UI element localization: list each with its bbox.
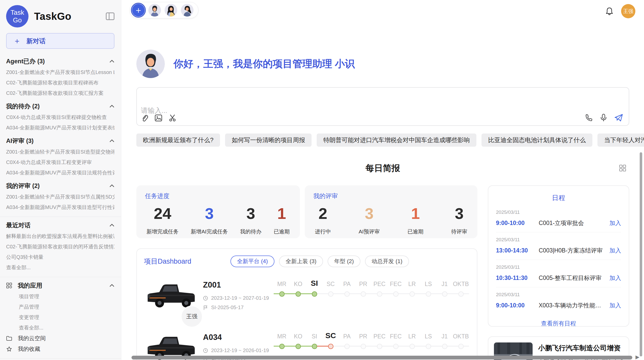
chevron-up-icon <box>109 60 114 63</box>
milestone-label: MR <box>274 332 290 343</box>
section-title: 我的评审 (2) <box>6 182 40 190</box>
paperclip-icon[interactable] <box>141 114 148 122</box>
milestone-col: LS <box>420 332 436 350</box>
collapse-sidebar-icon[interactable] <box>106 12 114 20</box>
milestone-label: PR <box>355 332 371 343</box>
clock-icon <box>203 348 208 353</box>
milestone-dot <box>296 344 301 349</box>
briefing-left-column: 任务进度 24新增完成任务 3新增AI完成任务 3我的待办 1已逾期 我的评审 … <box>136 185 477 360</box>
sidebar-item[interactable]: A034-全新新能源MUV产品开发项目造型可行性评审 <box>6 202 114 213</box>
scroll-right-arrow-icon[interactable]: ▶ <box>636 354 639 360</box>
schedule-event: 2025/03/11 13:00-14:30 C003|H0B-方案冻结评审 加… <box>496 232 621 260</box>
sidebar-section-my-todo-header[interactable]: 我的待办 (2) <box>6 100 114 112</box>
milestone-label: PA <box>339 279 355 291</box>
tab-year-model[interactable]: 年型 (2) <box>328 256 360 267</box>
stats-row: 任务进度 24新增完成任务 3新增AI完成任务 3我的待办 1已逾期 我的评审 … <box>136 185 477 238</box>
milestone-col: OKTB <box>453 332 469 350</box>
horizontal-scrollbar[interactable] <box>131 356 632 359</box>
sidebar-section-agent-done-header[interactable]: Agent已办 (3) <box>6 55 114 67</box>
sidebar-section-ai-review-header[interactable]: AI评审 (3) <box>6 135 114 147</box>
schedule-list: 2025/03/11 9:00-10:00 C001-立项审批会 加入 2025… <box>496 205 621 314</box>
suggestion-chip[interactable]: 当下年轻人对汽车外观有怎样的喜好趋势 <box>597 133 644 147</box>
send-icon[interactable] <box>614 114 623 122</box>
join-link[interactable]: 加入 <box>609 274 621 282</box>
vertical-scrollbar[interactable] <box>640 152 642 356</box>
sidebar-item[interactable]: C0X4-动力总成开发项目工程变更评审 <box>6 157 114 168</box>
milestone-col: SI <box>306 279 323 297</box>
sidebar-item[interactable]: C02-飞腾新能源轻客改款项目里程碑画布 <box>6 78 114 88</box>
view-all-apps-link[interactable]: 查看全部... <box>6 323 114 333</box>
sidebar-item[interactable]: A034-全新新能源MUV产品开发项目法规符合性评审 <box>6 168 114 178</box>
sidebar-section-my-review-header[interactable]: 我的评审 (2) <box>6 180 114 192</box>
recent-chat-item[interactable]: 解释最新出台的欧盟报废车法规再生塑料比例被调至15%... <box>6 231 114 242</box>
input-placeholder: 请输入... <box>141 106 167 115</box>
milestone-label: PEC <box>371 279 388 291</box>
user-avatar[interactable]: 王强 <box>621 4 635 18</box>
suggestion-chip[interactable]: 如何写一份清晰的项目周报 <box>225 133 312 147</box>
sidebar-item[interactable]: C02-飞腾新能源轻客改款项目立项汇报方案 <box>6 88 114 98</box>
layout-grid-icon[interactable] <box>619 164 626 172</box>
main-area: ＋ 王强 你好，王强，我是你的项目管理助理 小识 请输入 <box>121 0 644 360</box>
chat-input-box[interactable]: 请输入... <box>136 87 629 126</box>
join-link[interactable]: 加入 <box>609 219 621 227</box>
new-chat-button[interactable]: ＋ 新对话 <box>6 33 114 49</box>
sidebar-item[interactable]: Z001-全新燃油轻卡产品开发项目SI节点属性5D文件评审 <box>6 192 114 202</box>
add-agent-button[interactable]: ＋ <box>132 4 145 17</box>
recent-chat-item[interactable]: C02-飞腾新能源轻客改款项目的闭环通告反馈情况 <box>6 242 114 252</box>
briefing-right-column: 日程 2025/03/11 9:00-10:00 C001-立项审批会 加入 2… <box>488 185 629 360</box>
sidebar-section-my-apps-header[interactable]: 我的应用 <box>6 280 114 291</box>
metric-new-ai-done-tasks: 3新增AI完成任务 <box>191 205 228 235</box>
milestone-chart: MRKOSISCPAPRPECFECLRLSJ1OKTB <box>274 279 470 297</box>
tab-new-platform[interactable]: 全新平台 (4) <box>230 256 274 267</box>
join-link[interactable]: 加入 <box>609 302 621 309</box>
phone-icon[interactable] <box>585 114 593 122</box>
microphone-icon[interactable] <box>600 114 607 122</box>
agent-avatar-1[interactable] <box>148 4 161 17</box>
milestone-label: OKTB <box>453 332 469 343</box>
chevron-up-icon <box>109 139 114 142</box>
metric-overdue: 1已逾期 <box>407 205 423 235</box>
suggestion-chip[interactable]: 比亚迪全固态电池计划具体说了什么 <box>481 133 592 147</box>
notification-bell-icon[interactable] <box>605 7 613 16</box>
milestone-col: PA <box>339 332 355 350</box>
app-item-product-mgmt[interactable]: 产品管理 <box>6 302 114 312</box>
project-dates: 2023-12-19 ~ 2027-01-19 <box>203 295 274 301</box>
sidebar-item[interactable]: Z001-全新燃油轻卡产品开发项目SI造型提交物评审 <box>6 147 114 157</box>
tab-powertrain[interactable]: 动总开发 (1) <box>365 256 409 267</box>
milestone-label: LS <box>420 279 436 291</box>
milestone-dot <box>328 344 333 349</box>
app-item-project-mgmt[interactable]: 项目管理 <box>6 291 114 302</box>
view-all-recent-link[interactable]: 查看全部... <box>6 262 114 273</box>
app-logo: Task Go <box>6 5 28 27</box>
sidebar-item-favorites[interactable]: 我的收藏 <box>6 344 114 354</box>
schedule-event: 2025/03/11 10:30-11:30 C005-整车工程目标评审 加入 <box>496 260 621 287</box>
milestone-label: J1 <box>436 279 453 291</box>
project-row-z001[interactable]: 王强 Z001 2023-12-19 ~ 2027-01-19 SI-2025-… <box>144 279 470 320</box>
image-icon[interactable] <box>155 114 162 122</box>
agent-avatar-3[interactable] <box>181 4 194 17</box>
view-all-schedule-link[interactable]: 查看所有日程 <box>496 320 621 327</box>
new-chat-label: 新对话 <box>26 37 46 45</box>
scissors-icon[interactable] <box>169 114 177 122</box>
suggestion-chip[interactable]: 特朗普可能对进口汽车增税会对中国车企造成哪些影响 <box>317 133 476 147</box>
sidebar-item[interactable]: C0X4-动力总成开发项目SI里程碑提交物检查 <box>6 112 114 123</box>
sidebar: Task Go TaskGo ＋ 新对话 Agent已办 (3) Z001-全新… <box>0 0 121 360</box>
sidebar-item[interactable]: A034-全新新能源MUV产品开发项目计划变更表编写 <box>6 123 114 133</box>
agent-avatar-2[interactable] <box>165 4 177 17</box>
recent-chat-item[interactable]: 公司Q3轻卡销量 <box>6 252 114 262</box>
join-link[interactable]: 加入 <box>609 247 621 254</box>
event-name: C003|H0B-方案冻结评审 <box>539 247 606 254</box>
suggestion-chips: 欧洲新规最近颁布了什么? 如何写一份清晰的项目周报 特朗普可能对进口汽车增税会对… <box>136 133 629 147</box>
sidebar-item-cloud-space[interactable]: 我的云空间 <box>6 333 114 344</box>
milestone-dot <box>377 344 382 349</box>
milestone-dot <box>312 291 317 297</box>
suggestion-chip[interactable]: 欧洲新规最近颁布了什么? <box>136 133 220 147</box>
star-icon <box>6 346 13 352</box>
sidebar-section-recent-header[interactable]: 最近对话 <box>6 219 114 231</box>
milestone-col: KO <box>290 279 306 297</box>
daily-briefing-header: 每日简报 <box>136 162 629 174</box>
tab-new-body[interactable]: 全新上装 (3) <box>279 256 323 267</box>
sidebar-item[interactable]: Z001-全新燃油皮卡产品开发项目SI节点Lesson Learn报告 <box>6 67 114 78</box>
news-title: 小鹏飞行汽车制造公司增资 <box>538 343 623 353</box>
app-item-change-mgmt[interactable]: 变更管理 <box>6 312 114 323</box>
